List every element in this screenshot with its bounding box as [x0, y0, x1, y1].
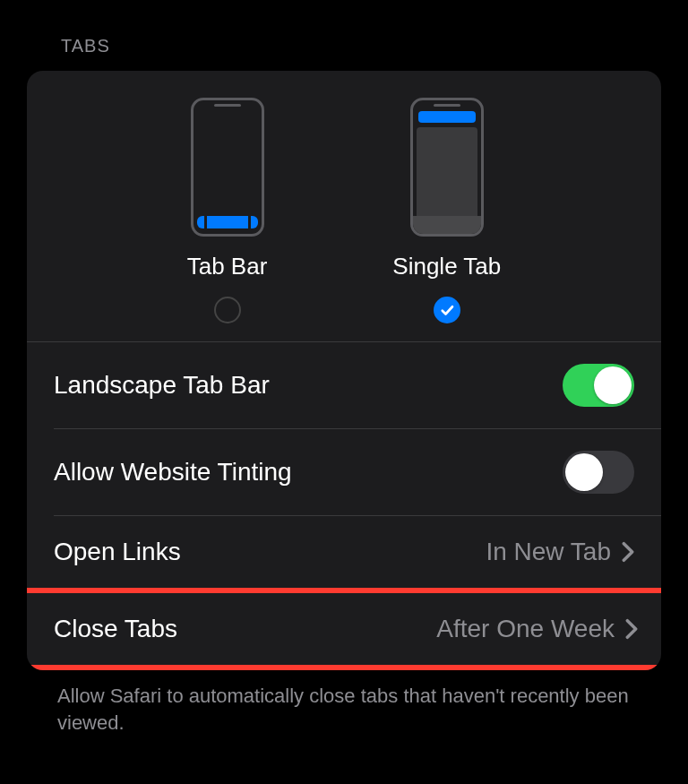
phone-mockup-tab-bar-icon	[191, 98, 264, 237]
row-value-group: After One Week	[436, 615, 638, 643]
row-landscape-tab-bar[interactable]: Landscape Tab Bar	[27, 342, 661, 428]
settings-tabs-section: TABS Tab Bar Single Tab	[0, 0, 688, 754]
section-header: TABS	[27, 36, 661, 56]
toggle-landscape-tab-bar[interactable]	[563, 364, 634, 407]
chevron-right-icon	[625, 618, 638, 640]
row-allow-website-tinting[interactable]: Allow Website Tinting	[27, 429, 661, 515]
phone-mockup-single-tab-icon	[410, 98, 484, 237]
chevron-right-icon	[622, 541, 634, 563]
row-value-group: In New Tab	[486, 538, 634, 566]
radio-selected-icon	[434, 297, 460, 323]
toggle-allow-website-tinting[interactable]	[563, 451, 634, 494]
row-open-links[interactable]: Open Links In New Tab	[27, 516, 661, 588]
settings-card: Tab Bar Single Tab Lan	[27, 71, 661, 670]
row-close-tabs[interactable]: Close Tabs After One Week	[32, 593, 656, 665]
row-value-text: In New Tab	[486, 538, 611, 566]
toggle-knob-icon	[594, 366, 632, 404]
row-label: Close Tabs	[54, 615, 177, 643]
tab-layout-option-tab-bar[interactable]: Tab Bar	[187, 98, 268, 323]
tab-layout-option-single-tab[interactable]: Single Tab	[392, 98, 501, 323]
tab-option-label: Tab Bar	[187, 253, 268, 280]
toggle-knob-icon	[565, 453, 603, 491]
row-label: Landscape Tab Bar	[54, 371, 270, 400]
row-label: Open Links	[54, 538, 181, 566]
row-label: Allow Website Tinting	[54, 458, 292, 487]
row-value-text: After One Week	[436, 615, 615, 643]
checkmark-icon	[439, 302, 455, 318]
footer-description: Allow Safari to automatically close tabs…	[27, 670, 661, 736]
tab-option-label: Single Tab	[392, 253, 501, 280]
radio-unselected-icon	[214, 297, 241, 323]
highlight-close-tabs: Close Tabs After One Week	[27, 588, 661, 670]
tab-layout-options: Tab Bar Single Tab	[27, 71, 661, 341]
